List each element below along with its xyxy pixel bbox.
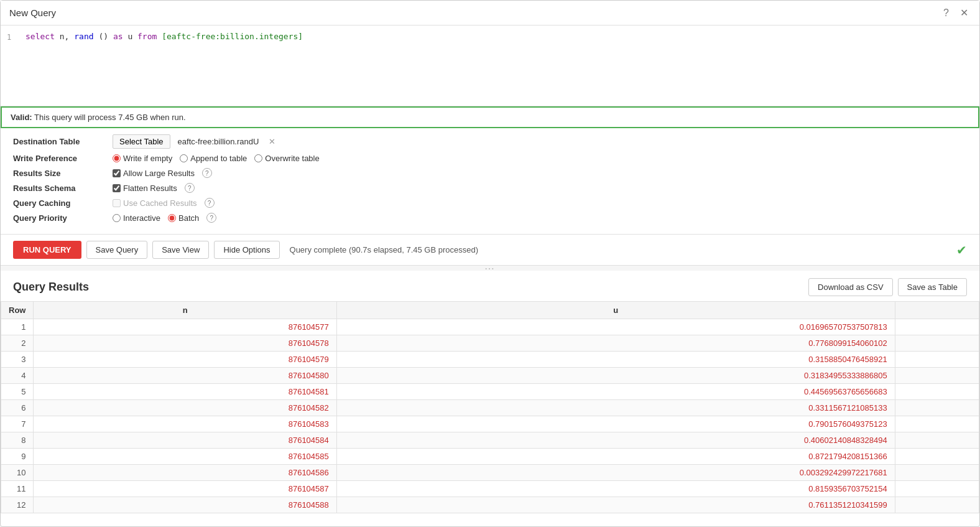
success-icon: ✔ (956, 243, 967, 258)
interactive-radio[interactable] (113, 214, 121, 222)
cell-u: 0.016965707537507813 (336, 319, 895, 335)
cell-empty (895, 416, 979, 432)
cell-row-num: 5 (1, 384, 34, 400)
destination-table-row: Destination Table Select Table eaftc-fre… (13, 134, 967, 149)
table-header-row: Row n u (1, 302, 979, 319)
query-caching-label: Query Caching (13, 198, 113, 208)
cell-u: 0.7901576049375123 (336, 416, 895, 432)
cell-empty (895, 465, 979, 481)
allow-large-results-checkbox[interactable] (113, 169, 121, 177)
code-text-1[interactable]: select n, rand () as u from [eaftc-free:… (25, 32, 303, 41)
cell-row-num: 12 (1, 497, 34, 513)
cell-u: 0.40602140848328494 (336, 432, 895, 449)
download-csv-button[interactable]: Download as CSV (808, 278, 893, 296)
append-to-table-option[interactable]: Append to table (180, 154, 247, 163)
cell-n: 876104579 (34, 352, 336, 368)
batch-radio[interactable] (168, 214, 176, 222)
col-header-u: u (336, 302, 895, 319)
results-section: Query Results Download as CSV Save as Ta… (1, 271, 979, 513)
cell-n: 876104588 (34, 497, 336, 513)
allow-large-results-option[interactable]: Allow Large Results (113, 169, 195, 178)
hide-options-button[interactable]: Hide Options (214, 241, 279, 259)
table-row: 18761045770.016965707537507813 (1, 319, 979, 335)
table-row: 48761045800.31834955333886805 (1, 368, 979, 384)
table-row: 58761045810.44569563765656683 (1, 384, 979, 400)
table-row: 98761045850.8721794208151366 (1, 449, 979, 465)
query-caching-content: Use Cached Results ? (113, 198, 215, 208)
validation-label: Valid: (11, 113, 32, 122)
cell-u: 0.3158850476458921 (336, 352, 895, 368)
use-cached-results-checkbox[interactable] (113, 199, 121, 207)
close-button[interactable]: ✕ (958, 6, 971, 20)
table-row: 38761045790.3158850476458921 (1, 352, 979, 368)
col-header-row: Row (1, 302, 34, 319)
cell-row-num: 1 (1, 319, 34, 335)
destination-table-label: Destination Table (13, 137, 113, 146)
overwrite-table-label: Overwrite table (265, 154, 319, 163)
write-if-empty-radio[interactable] (113, 154, 121, 162)
table-row: 78761045830.7901576049375123 (1, 416, 979, 432)
cell-empty (895, 319, 979, 335)
cell-u: 0.3311567121085133 (336, 400, 895, 416)
batch-option[interactable]: Batch (168, 213, 199, 223)
flatten-results-checkbox[interactable] (113, 184, 121, 192)
flatten-results-label: Flatten Results (123, 184, 177, 193)
cell-row-num: 4 (1, 368, 34, 384)
interactive-option[interactable]: Interactive (113, 213, 160, 223)
use-cached-results-label: Use Cached Results (123, 198, 197, 208)
status-text: Query complete (90.7s elapsed, 7.45 GB p… (290, 245, 479, 254)
use-cached-results-option[interactable]: Use Cached Results (113, 198, 197, 208)
cell-empty (895, 481, 979, 497)
table-row: 118761045870.8159356703752154 (1, 481, 979, 497)
cell-n: 876104582 (34, 400, 336, 416)
table-row: 68761045820.3311567121085133 (1, 400, 979, 416)
help-button[interactable]: ? (941, 6, 951, 20)
results-title: Query Results (13, 281, 89, 294)
overwrite-table-radio[interactable] (254, 154, 262, 162)
cell-empty (895, 497, 979, 513)
cell-row-num: 11 (1, 481, 34, 497)
priority-help-icon[interactable]: ? (206, 213, 216, 223)
cell-u: 0.7768099154060102 (336, 335, 895, 352)
write-preference-label: Write Preference (13, 154, 113, 163)
save-query-button[interactable]: Save Query (86, 241, 148, 259)
table-row: 128761045880.7611351210341599 (1, 497, 979, 513)
table-row: 108761045860.003292429972217681 (1, 465, 979, 481)
cell-empty (895, 449, 979, 465)
table-row: 28761045780.7768099154060102 (1, 335, 979, 352)
save-view-button[interactable]: Save View (152, 241, 209, 259)
run-query-button[interactable]: RUN QUERY (13, 241, 81, 259)
query-caching-row: Query Caching Use Cached Results ? (13, 198, 967, 208)
cell-row-num: 3 (1, 352, 34, 368)
flatten-results-option[interactable]: Flatten Results (113, 184, 177, 193)
query-priority-content: Interactive Batch ? (113, 213, 216, 223)
code-line-1: 1 select n, rand () as u from [eaftc-fre… (1, 32, 979, 42)
destination-table-content: Select Table eaftc-free:billion.randU ✕ (113, 134, 275, 149)
overwrite-table-option[interactable]: Overwrite table (254, 154, 319, 163)
use-cached-results-help-icon[interactable]: ? (205, 198, 215, 208)
append-to-table-label: Append to table (190, 154, 247, 163)
cell-row-num: 2 (1, 335, 34, 352)
cell-row-num: 10 (1, 465, 34, 481)
code-editor[interactable]: 1 select n, rand () as u from [eaftc-fre… (1, 26, 979, 106)
write-if-empty-option[interactable]: Write if empty (113, 154, 172, 163)
cell-u: 0.003292429972217681 (336, 465, 895, 481)
divider-handle[interactable]: ⋯ (1, 266, 979, 271)
results-size-label: Results Size (13, 169, 113, 178)
results-header: Query Results Download as CSV Save as Ta… (1, 271, 979, 301)
table-name: eaftc-free:billion.randU (178, 137, 259, 146)
cell-n: 876104580 (34, 368, 336, 384)
main-window: New Query ? ✕ 1 select n, rand () as u f… (0, 0, 980, 527)
interactive-label: Interactive (123, 213, 160, 223)
save-as-table-button[interactable]: Save as Table (898, 278, 967, 296)
flatten-results-help-icon[interactable]: ? (185, 183, 195, 193)
cell-n: 876104587 (34, 481, 336, 497)
cell-empty (895, 335, 979, 352)
select-table-button[interactable]: Select Table (113, 134, 170, 149)
window-title: New Query (9, 7, 56, 18)
allow-large-results-label: Allow Large Results (123, 169, 195, 178)
remove-table-icon[interactable]: ✕ (269, 137, 275, 146)
append-to-table-radio[interactable] (180, 154, 188, 162)
allow-large-results-help-icon[interactable]: ? (202, 168, 212, 178)
results-schema-content: Flatten Results ? (113, 183, 195, 193)
